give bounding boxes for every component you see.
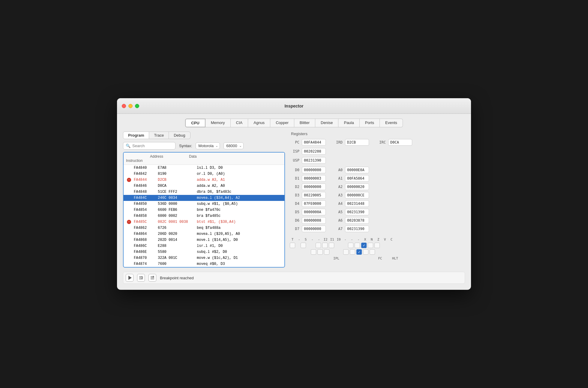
address-cell: FA4844	[133, 178, 157, 182]
flag-checkbox[interactable]	[355, 243, 360, 248]
step-over-button[interactable]	[148, 274, 156, 282]
table-row[interactable]: FA4870322A 001Cmove.w ($1c,A2), D1	[124, 255, 284, 261]
flag-label: -	[349, 238, 355, 241]
a0-value[interactable]: 00000E0A	[345, 167, 369, 173]
flag-checkbox[interactable]	[311, 249, 316, 255]
top-tab-agnus[interactable]: Agnus	[248, 119, 270, 127]
flag-label: I2	[323, 238, 328, 241]
data-cell: E7A8	[157, 166, 196, 170]
flag-checkbox[interactable]	[329, 243, 334, 248]
data-cell: D2CB	[157, 178, 196, 182]
d4-value[interactable]: 07FE0000	[302, 200, 326, 207]
top-tab-memory[interactable]: Memory	[206, 119, 231, 127]
reg-row-d3-a3: D300220005A3000000CE	[290, 192, 465, 199]
sub-tab-debug[interactable]: Debug	[169, 132, 190, 139]
flag-checkbox[interactable]	[316, 243, 321, 248]
d0-value[interactable]: 00000000	[302, 167, 326, 173]
a2-value[interactable]: 00000020	[345, 183, 369, 190]
address-cell: FA485C	[133, 220, 157, 224]
syntax-select[interactable]: MotorolaIntelAT&T	[196, 142, 220, 149]
table-row[interactable]: –FA485C082C 0001 0038btst #$1, ($38,A4)	[124, 219, 284, 225]
table-row[interactable]: FA4850536D 0000subq.w #$1, ($0,A5)	[124, 201, 284, 207]
flag-checkbox[interactable]	[348, 243, 353, 248]
top-tab-cia[interactable]: CIA	[231, 119, 248, 127]
a4-value[interactable]: 00231448	[345, 200, 369, 207]
flag-checkbox[interactable]	[370, 249, 375, 255]
isp-label: ISP	[290, 149, 299, 153]
top-tab-cpu[interactable]: CPU	[185, 119, 205, 127]
irc-value[interactable]: D0CA	[388, 139, 412, 146]
close-button[interactable]	[122, 104, 126, 108]
sub-tab-trace[interactable]: Trace	[149, 132, 169, 139]
pc-value[interactable]: 00FA4844	[302, 139, 326, 146]
top-tab-ports[interactable]: Ports	[360, 119, 380, 127]
a1-value[interactable]: 00FA5864	[345, 175, 369, 182]
table-row[interactable]: FA48428190or.l D0, (A0)	[124, 171, 284, 177]
flag-checkbox[interactable]	[301, 243, 306, 248]
a3-value[interactable]: 000000CE	[345, 192, 369, 199]
a7-value[interactable]: 00231390	[345, 226, 369, 232]
d2-label: D2	[290, 185, 299, 189]
flag-label: N	[369, 238, 374, 241]
left-panel: ProgramTraceDebug 🔍 Syntax: MotorolaInte…	[123, 132, 285, 268]
instruction-cell: lsl.l D3, D0	[196, 166, 283, 170]
top-tab-copper[interactable]: Copper	[270, 119, 294, 127]
flag-checkbox[interactable]	[361, 243, 367, 248]
d2-value[interactable]: 00000000	[302, 183, 326, 190]
step-into-button[interactable]	[137, 274, 145, 282]
top-tab-blitter[interactable]: Blitter	[294, 119, 315, 127]
cpu-model-select[interactable]: 680006801068020	[224, 142, 244, 149]
reg-row-pc: PC 00FA4844 IRD D2CB IRC D0CA	[290, 139, 465, 146]
flag-checkbox[interactable]	[290, 243, 295, 248]
table-row[interactable]: FA4840E7A8lsl.l D3, D0	[124, 165, 284, 171]
cpu-model-wrapper: 680006801068020	[224, 142, 244, 149]
a6-value[interactable]: 00203878	[345, 217, 369, 224]
top-tab-events[interactable]: Events	[380, 119, 403, 127]
d7-value[interactable]: 00000000	[302, 226, 326, 232]
search-input[interactable]	[132, 144, 168, 148]
table-row[interactable]: FA486CE288lsr.l #1, D0	[124, 243, 284, 249]
table-row[interactable]: FA48546600 FEB6bne $fa470c	[124, 207, 284, 213]
table-row[interactable]: FA484C246C 0034movea.l ($34,A4), A2	[124, 195, 284, 201]
a5-value[interactable]: 00231390	[345, 209, 369, 215]
table-row[interactable]: FA484851CE FFF2dbra D6, $fa483c	[124, 189, 284, 195]
d3-value[interactable]: 00220005	[302, 192, 326, 199]
instruction-cell: move.l ($14,A5), D0	[196, 238, 283, 242]
usp-value[interactable]: 00231390	[302, 157, 326, 164]
table-row[interactable]: FA4864206D 0020movea.l ($20,A5), A0	[124, 231, 284, 237]
table-row[interactable]: –FA4844D2CBadda.w A3, A1	[124, 177, 284, 183]
table-row[interactable]: FA4868202D 0014move.l ($14,A5), D0	[124, 237, 284, 243]
play-button[interactable]	[126, 274, 134, 282]
ird-value[interactable]: D2CB	[345, 139, 369, 146]
flag-checkbox[interactable]	[322, 243, 328, 248]
table-row[interactable]: FA48586000 0002bra $fa485c	[124, 213, 284, 219]
d5-value[interactable]: 0000000A	[302, 209, 326, 215]
flag-checkbox[interactable]	[317, 249, 323, 255]
flag-checkbox[interactable]	[324, 249, 329, 255]
code-rows: FA4840E7A8lsl.l D3, D0FA48428190or.l D0,…	[124, 165, 284, 267]
top-tab-paula[interactable]: Paula	[338, 119, 359, 127]
table-row[interactable]: FA48626726beq $fa488a	[124, 225, 284, 231]
minimize-button[interactable]	[128, 104, 133, 108]
instruction-cell: movea.l ($20,A5), A0	[196, 232, 283, 236]
flag-checkbox[interactable]	[368, 243, 373, 248]
d1-value[interactable]: 00000003	[302, 175, 326, 182]
table-row[interactable]: FA4846D0CAadda.w A2, A0	[124, 183, 284, 189]
flag-checkbox[interactable]	[356, 249, 362, 255]
instruction-cell: dbra D6, $fa483c	[196, 190, 283, 194]
flag-checkbox[interactable]	[374, 243, 380, 248]
flag-checkbox[interactable]	[350, 249, 355, 255]
d1-label: D1	[290, 176, 299, 180]
data-cell: D0CA	[157, 184, 196, 188]
sub-tab-program[interactable]: Program	[123, 132, 149, 139]
isp-value[interactable]: 00202208	[302, 148, 326, 155]
flag-checkbox[interactable]	[343, 249, 349, 255]
inspector-window: Inspector CPUMemoryCIAAgnusCopperBlitter…	[117, 98, 471, 290]
table-row[interactable]: FA486E5580subq.l #$2, D0	[124, 249, 284, 255]
d6-value[interactable]: 00000008	[302, 217, 326, 224]
table-row[interactable]: FA48747600moveq #$0, D3	[124, 261, 284, 267]
flag-checkbox[interactable]	[363, 249, 368, 255]
address-cell: FA4850	[133, 202, 157, 206]
maximize-button[interactable]	[135, 104, 139, 108]
top-tab-denise[interactable]: Denise	[315, 119, 338, 127]
